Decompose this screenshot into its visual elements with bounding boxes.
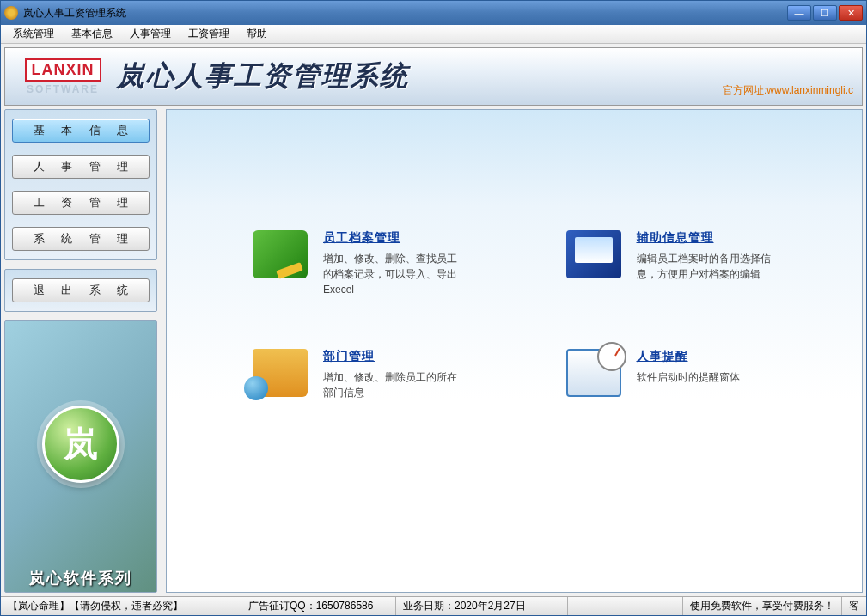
window-controls: — ☐ ✕ — [787, 5, 863, 21]
feature-title: 辅助信息管理 — [637, 230, 774, 246]
nav-system[interactable]: 系 统 管 理 — [12, 227, 150, 251]
status-spacer — [568, 597, 683, 615]
archive-icon — [253, 230, 308, 278]
feature-desc: 软件启动时的提醒窗体 — [637, 369, 740, 385]
monitor-icon — [566, 230, 621, 278]
sidebar: 基 本 信 息 人 事 管 理 工 资 管 理 系 统 管 理 退 出 系 统 … — [4, 109, 157, 593]
status-tail: 客 — [842, 597, 866, 615]
status-copyright: 【岚心命理】【请勿侵权，违者必究】 — [1, 597, 241, 615]
close-button[interactable]: ✕ — [839, 5, 863, 21]
menubar: 系统管理 基本信息 人事管理 工资管理 帮助 — [1, 25, 866, 44]
nav-salary[interactable]: 工 资 管 理 — [12, 191, 150, 215]
logo: LANXIN SOFTWARE — [15, 58, 110, 95]
logo-text: LANXIN — [25, 58, 101, 82]
status-ad: 广告征订QQ：1650786586 — [241, 597, 396, 615]
app-icon — [4, 6, 18, 20]
feature-employee-archive[interactable]: 员工档案管理 增加、修改、删除、查找员工的档案记录，可以导入、导出Execel — [253, 230, 515, 297]
minimize-button[interactable]: — — [787, 5, 811, 21]
feature-grid: 员工档案管理 增加、修改、删除、查找员工的档案记录，可以导入、导出Execel … — [253, 230, 827, 400]
feature-aux-info[interactable]: 辅助信息管理 编辑员工档案时的备用选择信息，方便用户对档案的编辑 — [566, 230, 828, 297]
feature-desc: 编辑员工档案时的备用选择信息，方便用户对档案的编辑 — [637, 251, 774, 282]
menu-hr[interactable]: 人事管理 — [121, 25, 180, 43]
feature-title: 人事提醒 — [637, 349, 740, 364]
banner: LANXIN SOFTWARE 岚心人事工资管理系统 官方网址:www.lanx… — [4, 47, 863, 106]
main-area: 基 本 信 息 人 事 管 理 工 资 管 理 系 统 管 理 退 出 系 统 … — [4, 109, 863, 593]
exit-panel: 退 出 系 统 — [4, 269, 157, 312]
feature-desc: 增加、修改、删除、查找员工的档案记录，可以导入、导出Execel — [323, 251, 461, 297]
official-link[interactable]: 官方网址:www.lanxinmingli.c — [723, 83, 853, 98]
content-panel: 员工档案管理 增加、修改、删除、查找员工的档案记录，可以导入、导出Execel … — [166, 109, 863, 593]
calendar-icon — [566, 349, 621, 397]
status-slogan: 使用免费软件，享受付费服务！ — [683, 597, 842, 615]
feature-hr-reminder[interactable]: 人事提醒 软件启动时的提醒窗体 — [566, 349, 828, 400]
menu-help[interactable]: 帮助 — [238, 25, 276, 43]
nav-panel: 基 本 信 息 人 事 管 理 工 资 管 理 系 统 管 理 — [4, 109, 157, 260]
exit-button[interactable]: 退 出 系 统 — [12, 278, 150, 302]
feature-title: 员工档案管理 — [323, 230, 461, 246]
menu-system[interactable]: 系统管理 — [4, 25, 63, 43]
brand-footer-text: 岚心软件系列 — [5, 568, 156, 589]
maximize-button[interactable]: ☐ — [813, 5, 837, 21]
brand-orb-icon: 岚 — [42, 406, 119, 483]
client-area: LANXIN SOFTWARE 岚心人事工资管理系统 官方网址:www.lanx… — [1, 44, 866, 596]
status-date: 业务日期：2020年2月27日 — [396, 597, 568, 615]
brand-panel: 岚 岚心软件系列 — [4, 320, 157, 593]
menu-basic-info[interactable]: 基本信息 — [63, 25, 121, 43]
nav-hr[interactable]: 人 事 管 理 — [12, 155, 150, 179]
logo-subtext: SOFTWARE — [27, 83, 99, 95]
link-url: www.lanxinmingli.c — [766, 84, 853, 96]
menu-salary[interactable]: 工资管理 — [180, 25, 238, 43]
feature-department[interactable]: 部门管理 增加、修改、删除员工的所在部门信息 — [253, 349, 515, 400]
feature-desc: 增加、修改、删除员工的所在部门信息 — [323, 369, 461, 400]
nav-basic-info[interactable]: 基 本 信 息 — [12, 119, 150, 143]
folder-icon — [253, 349, 308, 397]
titlebar: 岚心人事工资管理系统 — ☐ ✕ — [1, 1, 866, 25]
banner-title: 岚心人事工资管理系统 — [117, 58, 409, 95]
window-title: 岚心人事工资管理系统 — [23, 6, 787, 21]
statusbar: 【岚心命理】【请勿侵权，违者必究】 广告征订QQ：1650786586 业务日期… — [1, 596, 866, 615]
app-window: 岚心人事工资管理系统 — ☐ ✕ 系统管理 基本信息 人事管理 工资管理 帮助 … — [0, 0, 867, 616]
feature-title: 部门管理 — [323, 349, 461, 364]
link-label: 官方网址: — [723, 84, 766, 96]
